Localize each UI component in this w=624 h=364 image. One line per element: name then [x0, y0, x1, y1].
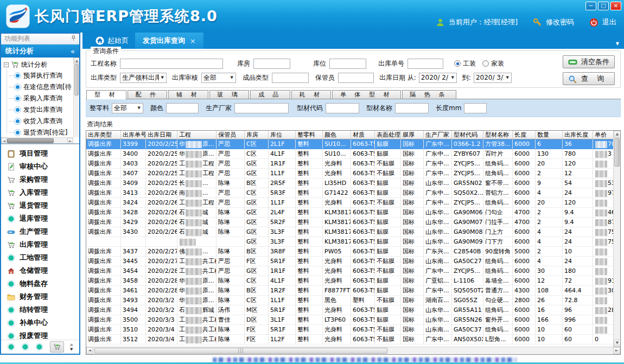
- sidebar-menu-item[interactable]: 物料盘存: [1, 277, 79, 290]
- sidebar-menu-item[interactable]: 项目管理: [1, 147, 79, 160]
- sidebar-menu-item[interactable]: 入库管理: [1, 186, 79, 199]
- material-tab[interactable]: 型 材: [86, 90, 126, 99]
- table-row[interactable]: 调拨出库34542020/2/28工共工程严思G区1R1F整料光身料6063-T…: [86, 266, 620, 276]
- maximize-button[interactable]: □: [598, 2, 609, 10]
- material-tab[interactable]: 辅 材: [168, 90, 208, 99]
- table-row[interactable]: 调拨出库34072020/2/25工工程严思G区1L1F整料光身料6063-T5…: [86, 169, 620, 178]
- radio-jiazhuang[interactable]: [482, 60, 489, 67]
- table-row[interactable]: 调拨出库34302020/2/26石城陈琳G区3L3F整料KLM38176063…: [86, 227, 620, 237]
- table-row[interactable]: 调拨出库34942020/3/2石辉城汤伟M区5R1F整料光身料6063-T5贴…: [86, 305, 620, 315]
- material-tab[interactable]: 玻 璃: [209, 90, 250, 99]
- factory-input[interactable]: [234, 103, 289, 113]
- order-no-input[interactable]: [407, 59, 443, 69]
- minimize-button[interactable]: ─: [585, 2, 596, 10]
- table-row[interactable]: 调拨出库34092020/2/25长...陈琳B区2R5F整料LI35HD606…: [86, 178, 620, 188]
- tab-close-icon[interactable]: ×: [190, 37, 196, 45]
- sidebar-section-header[interactable]: 统计分析 «: [1, 44, 79, 58]
- grid-vertical-scrollbar[interactable]: ▲ ▼: [613, 131, 620, 347]
- scroll-left-arrow-icon[interactable]: ◄: [86, 347, 93, 354]
- table-row[interactable]: 调拨出库34452020/2/27工共工程严思F区5R1F整料光身料6063-T…: [86, 257, 620, 266]
- column-header[interactable]: 表面处理: [375, 131, 401, 139]
- table-row[interactable]: 调拨出库33992020/2/25华原...严思C区2L1F整料SU10...6…: [86, 139, 620, 149]
- tree-hscrollbar-thumb[interactable]: [7, 138, 54, 143]
- outbound-type-select[interactable]: 生产领料出库▼: [120, 73, 167, 83]
- project-name-input[interactable]: [120, 59, 223, 69]
- table-row[interactable]: 调拨出库34002020/2/25华原...严思C区4L1F整料SU10...6…: [86, 149, 620, 159]
- logout-link[interactable]: 退出: [602, 17, 616, 27]
- change-password-link[interactable]: 修改密码: [546, 17, 574, 27]
- product-type-input[interactable]: [272, 73, 309, 83]
- clear-conditions-button[interactable]: 清空条件: [563, 55, 615, 68]
- profile-code-input[interactable]: [326, 103, 359, 113]
- scroll-down-arrow-icon[interactable]: ▼: [614, 340, 621, 347]
- outbound-audit-select[interactable]: 全部▼: [201, 73, 236, 83]
- tree-vertical-scrollbar[interactable]: ▲: [73, 58, 79, 137]
- column-header[interactable]: 出库类型: [86, 131, 121, 139]
- table-row[interactable]: 调拨出库34282020/2/26石城陈琳G区2L4F整料KLM38176063…: [86, 208, 620, 218]
- table-row[interactable]: 调拨出库34132020/2/26南...严思C区5R3F整料G71422606…: [86, 188, 620, 198]
- dot-icon[interactable]: [21, 343, 29, 351]
- sidebar-menu-item[interactable]: 工地管理: [1, 251, 79, 264]
- sidebar-menu-item[interactable]: 财务管理: [1, 290, 79, 303]
- search-button[interactable]: 查 询: [563, 72, 615, 85]
- table-row[interactable]: 调拨出库34242020/2/26工工程严思G区1L1F整料光身料6063-T5…: [86, 198, 620, 208]
- column-header[interactable]: 整零料: [296, 131, 323, 139]
- table-row[interactable]: 调拨出库35002020/3/3工共工程曹佳D区3L1F整料LT3P606063…: [86, 315, 620, 325]
- tree-horizontal-scrollbar[interactable]: ◄ ►: [1, 137, 73, 143]
- column-header[interactable]: 出库单号: [121, 131, 146, 139]
- column-header[interactable]: 膜厚: [401, 131, 424, 139]
- tree-item[interactable]: 采购入库查询: [4, 93, 79, 104]
- scroll-right-arrow-icon[interactable]: ►: [67, 138, 73, 144]
- column-header[interactable]: 出库日期: [146, 131, 177, 139]
- sidebar-menu-item[interactable]: 退库管理: [1, 212, 79, 225]
- column-header[interactable]: 型材名称: [483, 131, 513, 139]
- whole-piece-select[interactable]: 全部▼: [112, 103, 143, 113]
- grid-hscrollbar-thumb[interactable]: |||: [94, 348, 387, 354]
- material-tab[interactable]: 单 体 型 材: [332, 90, 401, 99]
- radio-gongzhuang[interactable]: [454, 60, 461, 67]
- location-input[interactable]: [329, 59, 366, 69]
- column-header[interactable]: 数量: [536, 131, 563, 139]
- table-row[interactable]: 调拨出库34582020/2/28华原...陈琳C区4L1F整料光身料6063-…: [86, 276, 620, 286]
- warehouse-input[interactable]: [253, 59, 290, 69]
- sidebar-menu-item[interactable]: 采购管理: [1, 173, 79, 186]
- date-from-select[interactable]: 2020/ 2/16▼: [419, 73, 457, 83]
- column-header[interactable]: 库房: [245, 131, 269, 139]
- dot-icon[interactable]: [7, 343, 15, 351]
- column-header[interactable]: 材质: [351, 131, 375, 139]
- sidebar-menu-item[interactable]: 生产管理: [1, 225, 79, 238]
- table-row[interactable]: 调拨出库34292020/2/26石城陈琳G区5R2F整料KLM38176063…: [86, 218, 620, 227]
- material-tab[interactable]: 隔 热 条: [402, 90, 456, 99]
- sidebar-menu-item[interactable]: 审核中心: [1, 160, 79, 173]
- scroll-left-arrow-icon[interactable]: ◄: [1, 138, 7, 144]
- sidebar-menu-item[interactable]: 退货管理: [1, 199, 79, 212]
- profile-name-input[interactable]: [395, 103, 429, 113]
- table-row[interactable]: 调拨出库34032020/2/25工工程严思G区1R1F整料光身料6063-T5…: [86, 159, 620, 169]
- tree-item[interactable]: 预算执行查询: [4, 70, 79, 81]
- scroll-up-arrow-icon[interactable]: ▲: [74, 58, 79, 63]
- table-row[interactable]: 调拨出库35122020/3/4工共工程陈琳F区1L2F整料光身料6063-T5…: [86, 335, 620, 344]
- table-row[interactable]: 调拨出库34612020/2/28华原...陈琳B区1R2F整料F8877FT6…: [86, 286, 620, 296]
- scroll-up-arrow-icon[interactable]: ▲: [614, 131, 621, 138]
- tree-expander-icon[interactable]: −: [4, 62, 9, 67]
- tab-list-caret-icon[interactable]: ▼: [616, 41, 619, 46]
- column-header[interactable]: 出库长度: [563, 131, 593, 139]
- column-header[interactable]: 长度: [513, 131, 536, 139]
- sidebar-menu-item[interactable]: 补单中心: [1, 316, 79, 329]
- scroll-right-arrow-icon[interactable]: ►: [613, 347, 620, 354]
- pin-icon[interactable]: [71, 35, 76, 43]
- material-tab[interactable]: 耗 材: [291, 90, 332, 99]
- material-tab[interactable]: 配 件: [128, 90, 168, 99]
- keeper-input[interactable]: [338, 73, 374, 83]
- tree-item[interactable]: 收货入库查询: [4, 116, 79, 127]
- sidebar-menu-item[interactable]: 出库管理: [1, 238, 79, 251]
- tree-item[interactable]: 在途信息查询[待: [4, 81, 79, 93]
- column-header[interactable]: 库位: [269, 131, 296, 139]
- sidebar-menu-item[interactable]: 报废管理: [1, 329, 79, 340]
- cart-button[interactable]: [50, 341, 64, 353]
- tree-scrollbar-thumb[interactable]: [74, 64, 79, 95]
- grid-horizontal-scrollbar[interactable]: ◄ ||| ►: [86, 347, 620, 354]
- column-header[interactable]: 生产厂家: [424, 131, 452, 139]
- table-row[interactable]: 调拨出库34932020/3/2华原...陈琳C区1L1F整料黑色塑料不贴膜国标…: [86, 296, 620, 305]
- column-header[interactable]: 型材代码: [452, 131, 483, 139]
